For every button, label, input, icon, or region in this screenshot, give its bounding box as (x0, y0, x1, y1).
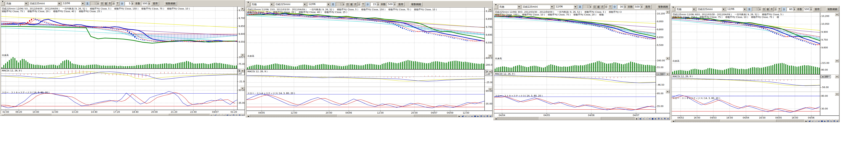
chart-area[interactable]: 日経225mini 12/06( 30分, 2012/03/30 - 2012/… (494, 10, 670, 113)
contract-select[interactable]: 12/06 (555, 5, 578, 9)
period-button-月[interactable]: 月 (108, 1, 112, 5)
scrollbar-track[interactable] (4, 114, 210, 116)
multi-symbol-button[interactable]: 複数銘柄 (826, 7, 839, 11)
contract-select[interactable]: 12/06 (307, 2, 331, 6)
minutes-spinner[interactable]: 5 (125, 1, 134, 5)
pane-options-button[interactable] (835, 59, 839, 62)
scroll-right-button[interactable]: ▶ (210, 114, 214, 116)
period-button-週[interactable]: 週 (104, 1, 108, 5)
chart-nav-button-⊕[interactable]: ⊕ (241, 114, 244, 116)
scrollbar-thumb[interactable] (337, 115, 414, 117)
chevron-down-icon[interactable] (57, 2, 61, 5)
chart-nav-button-R[interactable]: R (663, 117, 666, 120)
spinner-arrows-icon[interactable] (810, 7, 812, 11)
chevron-down-icon[interactable] (722, 7, 725, 11)
spinner-arrows-icon[interactable] (97, 2, 99, 5)
period-button-週[interactable]: 週 (349, 2, 353, 6)
spinner-arrows-icon[interactable] (131, 2, 134, 5)
symbol-select[interactable]: 日経225mini (696, 7, 725, 11)
pane-options-button[interactable] (488, 54, 492, 57)
scroll-left-button[interactable]: ◀ (494, 117, 498, 120)
scroll-right-button[interactable]: ▶ (804, 119, 808, 122)
chart-nav-button-■[interactable]: ■ (226, 114, 229, 116)
spinner-arrows-icon[interactable] (793, 7, 796, 11)
bar-interval-spinner[interactable]: 1 (583, 5, 592, 9)
apply-button[interactable]: 適用 (397, 2, 405, 6)
bar-interval-spinner[interactable]: 1 (752, 7, 761, 11)
spinner-arrows-icon[interactable] (377, 2, 379, 6)
instrument-type-select[interactable]: 先物 (498, 5, 521, 9)
pane-options-button[interactable] (665, 10, 670, 13)
pane-options-button[interactable] (241, 69, 244, 73)
period-button-分[interactable]: 分 (604, 5, 608, 9)
period-button-日[interactable]: 日 (593, 5, 596, 9)
chart-nav-button-■[interactable]: ■ (651, 117, 654, 120)
scrollbar-thumb[interactable] (52, 114, 169, 116)
period-button-T[interactable]: T (361, 2, 365, 6)
period-button-日[interactable]: 日 (762, 7, 766, 11)
chart-nav-button-◀|[interactable]: ◀| (808, 119, 811, 122)
pane-options-button[interactable] (241, 87, 244, 90)
chart-nav-button-◀|[interactable]: ◀| (214, 114, 217, 116)
chart-nav-button-■[interactable]: ■ (820, 119, 824, 122)
chevron-down-icon[interactable] (81, 2, 85, 5)
pane-options-button[interactable] (488, 8, 492, 11)
instrument-type-select[interactable]: 先物 (676, 7, 696, 11)
chart-nav-button-L[interactable]: L (830, 119, 833, 122)
chevron-down-icon[interactable] (303, 2, 307, 6)
bar-interval-spinner[interactable]: 1 (90, 1, 99, 5)
chart-plot[interactable] (1, 7, 245, 110)
pane-options-button[interactable] (665, 90, 670, 93)
symbol-select[interactable]: 日経225mini (29, 1, 61, 5)
pane-options-button[interactable] (835, 13, 839, 16)
pane-options-button[interactable] (665, 73, 670, 76)
pane-options-button[interactable] (665, 57, 670, 60)
scroll-left-button[interactable]: ◀ (672, 119, 675, 122)
period-button-T[interactable]: T (778, 7, 781, 11)
chevron-down-icon[interactable] (550, 5, 554, 9)
scrollbar-track[interactable] (250, 115, 458, 117)
chart-nav-button-▶[interactable]: ▶ (824, 119, 827, 122)
bar-count-spinner[interactable]: 500 (387, 2, 396, 6)
period-button-週[interactable]: 週 (596, 5, 600, 9)
chart-plot[interactable] (672, 12, 839, 115)
pane-options-button[interactable] (488, 88, 492, 91)
spinner-arrows-icon[interactable] (393, 2, 396, 6)
pane-options-button[interactable] (241, 54, 244, 57)
bar-count-spinner[interactable]: 500 (803, 7, 812, 11)
chart-nav-button-－[interactable]: － (814, 119, 817, 122)
chevron-down-icon[interactable] (692, 7, 696, 11)
chart-nav-button-■[interactable]: ■ (473, 115, 476, 117)
chart-nav-button-－[interactable]: － (645, 117, 648, 120)
window-menu-button[interactable] (672, 7, 675, 11)
scrollbar-track[interactable] (675, 119, 804, 122)
period-button-週[interactable]: 週 (766, 7, 770, 11)
pane-options-button[interactable] (835, 92, 839, 96)
period-button-日[interactable]: 日 (100, 1, 104, 5)
chart-nav-button-L[interactable]: L (483, 115, 486, 117)
chart-nav-button-＋[interactable]: ＋ (642, 117, 645, 120)
chart-nav-button-D[interactable]: D (827, 119, 830, 122)
chart-nav-button-↔[interactable]: ↔ (817, 119, 820, 122)
period-button-分[interactable]: 分 (358, 2, 361, 6)
chevron-down-icon[interactable] (24, 2, 28, 5)
period-button-月[interactable]: 月 (600, 5, 604, 9)
chart-nav-button-◀|[interactable]: ◀| (639, 117, 642, 120)
chart-nav-button-D[interactable]: D (232, 114, 235, 116)
chart-nav-button-⊕[interactable]: ⊕ (489, 115, 492, 117)
period-button-分[interactable]: 分 (112, 1, 116, 5)
apply-button[interactable]: 適用 (151, 1, 159, 5)
chart-nav-button-↔[interactable]: ↔ (648, 117, 651, 120)
chart-nav-button-－[interactable]: － (220, 114, 223, 116)
apply-button[interactable]: 適用 (644, 5, 652, 9)
spinner-arrows-icon[interactable] (624, 5, 626, 9)
pane-options-button[interactable] (835, 75, 839, 78)
chart-nav-button-－[interactable]: － (467, 115, 470, 117)
contract-select[interactable]: 12/06 (726, 7, 747, 11)
spinner-arrows-icon[interactable] (640, 5, 643, 9)
chevron-down-icon[interactable] (517, 5, 521, 9)
spinner-arrows-icon[interactable] (148, 2, 150, 5)
scrollbar-thumb[interactable] (539, 117, 601, 120)
chevron-down-icon[interactable] (574, 5, 577, 9)
bar-count-spinner[interactable]: 500 (142, 1, 151, 5)
